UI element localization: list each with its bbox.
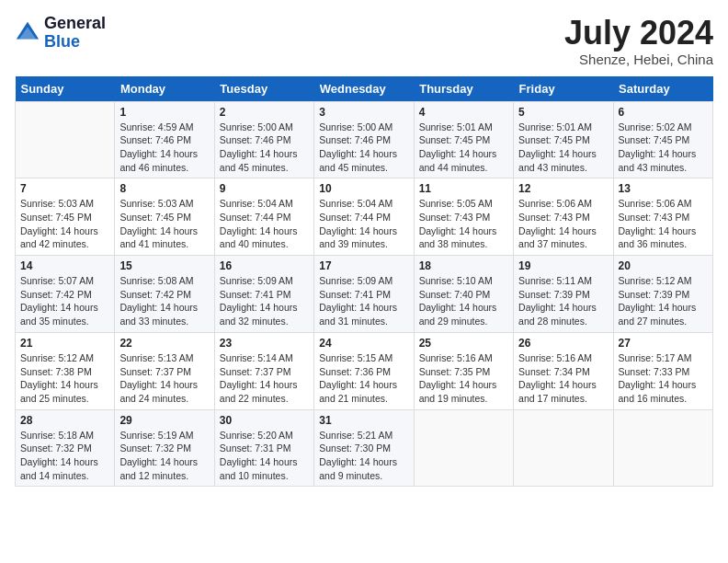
day-number: 10 — [319, 182, 408, 195]
calendar-cell: 31Sunrise: 5:21 AM Sunset: 7:30 PM Dayli… — [314, 409, 414, 487]
page-header: General Blue July 2024 Shenze, Hebei, Ch… — [15, 15, 713, 67]
day-info: Sunrise: 5:20 AM Sunset: 7:31 PM Dayligh… — [220, 429, 309, 483]
calendar-cell: 20Sunrise: 5:12 AM Sunset: 7:39 PM Dayli… — [613, 256, 712, 333]
day-info: Sunrise: 5:07 AM Sunset: 7:42 PM Dayligh… — [20, 274, 109, 328]
day-number: 18 — [419, 259, 508, 272]
calendar-cell: 30Sunrise: 5:20 AM Sunset: 7:31 PM Dayli… — [214, 409, 313, 487]
day-number: 1 — [119, 106, 209, 119]
day-of-week-header: Tuesday — [214, 76, 313, 102]
logo-general: General — [44, 15, 106, 33]
calendar-cell: 21Sunrise: 5:12 AM Sunset: 7:38 PM Dayli… — [16, 332, 115, 409]
day-info: Sunrise: 5:19 AM Sunset: 7:32 PM Dayligh… — [119, 429, 209, 483]
day-info: Sunrise: 5:04 AM Sunset: 7:44 PM Dayligh… — [220, 197, 309, 251]
day-info: Sunrise: 5:15 AM Sunset: 7:36 PM Dayligh… — [319, 351, 408, 406]
day-info: Sunrise: 5:06 AM Sunset: 7:43 PM Dayligh… — [518, 197, 608, 251]
day-info: Sunrise: 5:09 AM Sunset: 7:41 PM Dayligh… — [220, 274, 309, 328]
calendar-cell: 9Sunrise: 5:04 AM Sunset: 7:44 PM Daylig… — [214, 178, 313, 256]
logo-blue: Blue — [44, 33, 106, 52]
day-number: 9 — [220, 182, 309, 195]
calendar-cell — [613, 409, 712, 487]
day-info: Sunrise: 5:16 AM Sunset: 7:35 PM Dayligh… — [419, 351, 508, 406]
day-number: 29 — [119, 414, 209, 427]
day-info: Sunrise: 5:08 AM Sunset: 7:42 PM Dayligh… — [119, 274, 209, 328]
calendar-cell: 8Sunrise: 5:03 AM Sunset: 7:45 PM Daylig… — [115, 178, 214, 256]
day-number: 31 — [319, 414, 408, 427]
calendar-cell: 17Sunrise: 5:09 AM Sunset: 7:41 PM Dayli… — [314, 256, 414, 333]
calendar-cell: 28Sunrise: 5:18 AM Sunset: 7:32 PM Dayli… — [16, 409, 115, 487]
day-number: 11 — [419, 182, 508, 195]
day-number: 4 — [419, 106, 508, 119]
day-info: Sunrise: 5:03 AM Sunset: 7:45 PM Dayligh… — [20, 197, 109, 251]
day-number: 22 — [119, 337, 209, 350]
day-info: Sunrise: 5:03 AM Sunset: 7:45 PM Dayligh… — [119, 197, 209, 251]
day-number: 28 — [20, 414, 109, 427]
day-info: Sunrise: 5:02 AM Sunset: 7:45 PM Dayligh… — [619, 121, 708, 175]
day-info: Sunrise: 5:05 AM Sunset: 7:43 PM Dayligh… — [419, 197, 508, 251]
calendar-cell: 19Sunrise: 5:11 AM Sunset: 7:39 PM Dayli… — [514, 256, 613, 333]
day-number: 12 — [518, 182, 608, 195]
calendar-cell: 27Sunrise: 5:17 AM Sunset: 7:33 PM Dayli… — [613, 332, 712, 409]
day-number: 16 — [220, 259, 309, 272]
calendar-cell: 3Sunrise: 5:00 AM Sunset: 7:46 PM Daylig… — [314, 101, 414, 178]
calendar-cell: 18Sunrise: 5:10 AM Sunset: 7:40 PM Dayli… — [414, 256, 513, 333]
calendar-cell: 1Sunrise: 4:59 AM Sunset: 7:46 PM Daylig… — [115, 101, 214, 178]
calendar-cell: 12Sunrise: 5:06 AM Sunset: 7:43 PM Dayli… — [514, 178, 613, 256]
day-number: 20 — [619, 259, 708, 272]
calendar-cell: 26Sunrise: 5:16 AM Sunset: 7:34 PM Dayli… — [514, 332, 613, 409]
calendar-cell: 22Sunrise: 5:13 AM Sunset: 7:37 PM Dayli… — [115, 332, 214, 409]
calendar-cell: 24Sunrise: 5:15 AM Sunset: 7:36 PM Dayli… — [314, 332, 414, 409]
day-of-week-header: Monday — [115, 76, 214, 102]
day-number: 5 — [518, 106, 608, 119]
day-number: 24 — [319, 337, 408, 350]
day-info: Sunrise: 5:01 AM Sunset: 7:45 PM Dayligh… — [419, 121, 508, 175]
calendar-cell: 23Sunrise: 5:14 AM Sunset: 7:37 PM Dayli… — [214, 332, 313, 409]
calendar-cell: 2Sunrise: 5:00 AM Sunset: 7:46 PM Daylig… — [214, 101, 313, 178]
day-info: Sunrise: 5:00 AM Sunset: 7:46 PM Dayligh… — [319, 121, 408, 175]
day-info: Sunrise: 5:13 AM Sunset: 7:37 PM Dayligh… — [119, 351, 209, 406]
day-info: Sunrise: 5:10 AM Sunset: 7:40 PM Dayligh… — [419, 274, 508, 328]
calendar-week-row: 1Sunrise: 4:59 AM Sunset: 7:46 PM Daylig… — [16, 101, 713, 178]
calendar-cell — [414, 409, 513, 487]
calendar-table: SundayMondayTuesdayWednesdayThursdayFrid… — [15, 76, 713, 488]
logo: General Blue — [15, 15, 106, 52]
calendar-cell: 14Sunrise: 5:07 AM Sunset: 7:42 PM Dayli… — [16, 256, 115, 333]
day-number: 25 — [419, 337, 508, 350]
day-of-week-header: Friday — [514, 76, 613, 102]
day-number: 27 — [619, 337, 708, 350]
calendar-week-row: 7Sunrise: 5:03 AM Sunset: 7:45 PM Daylig… — [16, 178, 713, 256]
day-number: 21 — [20, 337, 109, 350]
day-info: Sunrise: 5:04 AM Sunset: 7:44 PM Dayligh… — [319, 197, 408, 251]
day-info: Sunrise: 5:06 AM Sunset: 7:43 PM Dayligh… — [619, 197, 708, 251]
day-info: Sunrise: 5:18 AM Sunset: 7:32 PM Dayligh… — [20, 429, 109, 483]
day-info: Sunrise: 4:59 AM Sunset: 7:46 PM Dayligh… — [119, 121, 209, 175]
day-of-week-header: Wednesday — [314, 76, 414, 102]
calendar-cell: 6Sunrise: 5:02 AM Sunset: 7:45 PM Daylig… — [613, 101, 712, 178]
day-number: 7 — [20, 182, 109, 195]
day-info: Sunrise: 5:12 AM Sunset: 7:39 PM Dayligh… — [619, 274, 708, 328]
title-block: July 2024 Shenze, Hebei, China — [564, 15, 713, 67]
location-subtitle: Shenze, Hebei, China — [564, 52, 713, 67]
calendar-cell: 25Sunrise: 5:16 AM Sunset: 7:35 PM Dayli… — [414, 332, 513, 409]
calendar-header-row: SundayMondayTuesdayWednesdayThursdayFrid… — [16, 76, 713, 102]
calendar-cell: 11Sunrise: 5:05 AM Sunset: 7:43 PM Dayli… — [414, 178, 513, 256]
calendar-cell: 10Sunrise: 5:04 AM Sunset: 7:44 PM Dayli… — [314, 178, 414, 256]
day-info: Sunrise: 5:21 AM Sunset: 7:30 PM Dayligh… — [319, 429, 408, 483]
day-number: 23 — [220, 337, 309, 350]
day-info: Sunrise: 5:16 AM Sunset: 7:34 PM Dayligh… — [518, 351, 608, 406]
logo-text: General Blue — [44, 15, 106, 52]
day-info: Sunrise: 5:17 AM Sunset: 7:33 PM Dayligh… — [619, 351, 708, 406]
calendar-cell — [16, 101, 115, 178]
month-year-title: July 2024 — [564, 15, 713, 52]
day-info: Sunrise: 5:11 AM Sunset: 7:39 PM Dayligh… — [518, 274, 608, 328]
day-number: 13 — [619, 182, 708, 195]
day-number: 14 — [20, 259, 109, 272]
day-of-week-header: Thursday — [414, 76, 513, 102]
logo-icon — [15, 20, 40, 46]
day-number: 6 — [619, 106, 708, 119]
day-info: Sunrise: 5:14 AM Sunset: 7:37 PM Dayligh… — [220, 351, 309, 406]
calendar-week-row: 28Sunrise: 5:18 AM Sunset: 7:32 PM Dayli… — [16, 409, 713, 487]
day-info: Sunrise: 5:01 AM Sunset: 7:45 PM Dayligh… — [518, 121, 608, 175]
day-number: 3 — [319, 106, 408, 119]
calendar-cell: 13Sunrise: 5:06 AM Sunset: 7:43 PM Dayli… — [613, 178, 712, 256]
day-number: 15 — [119, 259, 209, 272]
